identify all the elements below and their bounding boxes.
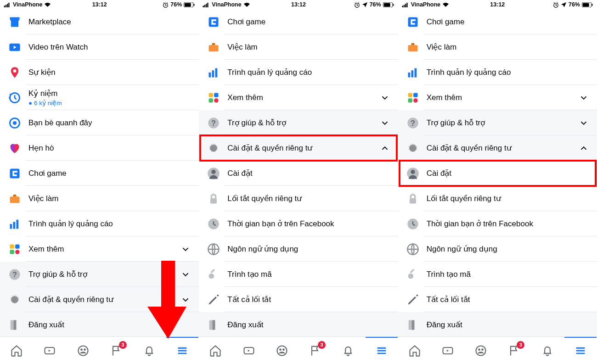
menu-item-ads[interactable]: Trình quản lý quảng cáo	[199, 60, 398, 85]
seemore-icon	[207, 91, 220, 104]
menu-item-pencil[interactable]: Tất cả lối tắt	[398, 287, 597, 312]
globe-icon	[207, 243, 220, 256]
menu-list: MarketplaceVideo trên WatchSự kiệnKỷ niệ…	[0, 9, 199, 336]
tab-watch[interactable]	[241, 343, 257, 358]
tab-bell[interactable]	[540, 343, 555, 358]
menu-item-gaming[interactable]: Chơi game	[0, 161, 199, 186]
tab-home[interactable]	[208, 343, 223, 358]
groups-tab-icon	[77, 344, 90, 357]
menu-item-sublabel: ● 6 kỷ niệm	[28, 99, 191, 106]
tab-watch[interactable]	[42, 343, 57, 358]
menu-item-logout[interactable]: Đăng xuất	[0, 312, 199, 336]
menu-item-person[interactable]: Cài đặt	[199, 161, 398, 186]
menu-item-label: Trình tạo mã	[227, 269, 389, 279]
tab-flag[interactable]: 3	[506, 343, 522, 358]
tab-watch[interactable]	[440, 343, 456, 358]
menu-item-settings[interactable]: Cài đặt & quyền riêng tư	[199, 135, 398, 161]
menu-item-settings[interactable]: Cài đặt & quyền riêng tư	[0, 287, 199, 312]
menu-item-clock[interactable]: Thời gian bạn ở trên Facebook	[398, 211, 597, 236]
menu-item-nearby[interactable]: Bạn bè quanh đây	[0, 110, 199, 135]
tab-flag[interactable]: 3	[108, 343, 124, 358]
menu-item-label: Thời gian bạn ở trên Facebook	[427, 219, 589, 229]
menu-item-logout[interactable]: Đăng xuất	[398, 312, 597, 336]
tab-home[interactable]	[9, 343, 24, 358]
alarm-icon	[553, 2, 559, 8]
tab-home[interactable]	[407, 343, 422, 358]
chevron-down-icon	[380, 118, 390, 128]
tab-menu[interactable]	[374, 343, 389, 358]
menu-item-key[interactable]: Trình tạo mã	[199, 262, 398, 287]
menu-item-settings[interactable]: Cài đặt & quyền riêng tư	[398, 135, 597, 161]
menu-item-help[interactable]: Trợ giúp & hỗ trợ	[398, 110, 597, 135]
chevron-up-icon	[579, 143, 589, 153]
tab-bell[interactable]	[141, 343, 157, 358]
menu-item-pencil[interactable]: Tất cả lối tắt	[199, 287, 398, 312]
marketplace-icon	[8, 16, 21, 28]
menu-item-seemore[interactable]: Xem thêm	[398, 85, 597, 110]
tab-flag[interactable]: 3	[307, 343, 323, 358]
groups-tab-icon	[474, 344, 487, 357]
globe-icon	[406, 243, 419, 256]
menu-item-label: Lối tắt quyền riêng tư	[427, 194, 589, 203]
menu-item-seemore[interactable]: Xem thêm	[199, 85, 398, 110]
clock-icon	[406, 218, 419, 230]
menu-item-ads[interactable]: Trình quản lý quảng cáo	[0, 211, 199, 236]
bell-tab-icon	[342, 344, 355, 357]
lock-icon	[207, 192, 220, 205]
seemore-icon	[8, 243, 21, 256]
key-icon	[406, 268, 419, 281]
menu-item-ads[interactable]: Trình quản lý quảng cáo	[398, 60, 597, 85]
bottom-tabbar: 3	[0, 336, 199, 364]
menu-item-help[interactable]: Trợ giúp & hỗ trợ	[0, 262, 199, 287]
tab-menu[interactable]	[175, 343, 190, 358]
menu-item-marketplace[interactable]: Marketplace	[0, 9, 199, 34]
menu-item-memories[interactable]: Kỷ niệm● 6 kỷ niệm	[0, 85, 199, 110]
location-icon	[362, 2, 368, 8]
tab-bell[interactable]	[340, 343, 356, 358]
menu-item-gaming[interactable]: Chơi game	[398, 9, 597, 34]
menu-item-key[interactable]: Trình tạo mã	[398, 262, 597, 287]
key-icon	[207, 268, 220, 281]
menu-item-label: Xem thêm	[427, 93, 579, 102]
menu-item-watch[interactable]: Video trên Watch	[0, 34, 199, 60]
tab-groups[interactable]	[473, 343, 489, 358]
menu-item-label: Trình quản lý quảng cáo	[427, 67, 589, 77]
menu-item-label: Cài đặt & quyền riêng tư	[227, 143, 379, 153]
menu-item-label: Trình tạo mã	[427, 269, 589, 279]
tab-groups[interactable]	[75, 343, 91, 358]
menu-item-dating[interactable]: Hẹn hò	[0, 135, 199, 161]
menu-item-label: Đăng xuất	[427, 320, 589, 330]
bell-tab-icon	[143, 344, 156, 357]
menu-item-seemore[interactable]: Xem thêm	[0, 236, 199, 262]
watch-tab-icon	[43, 344, 56, 357]
menu-item-label: Hẹn hò	[28, 143, 191, 153]
menu-item-logout[interactable]: Đăng xuất	[199, 312, 398, 336]
menu-item-globe[interactable]: Ngôn ngữ ứng dụng	[398, 236, 597, 262]
menu-item-jobs[interactable]: Việc làm	[398, 34, 597, 60]
tab-menu[interactable]	[573, 343, 588, 358]
status-time: 13:12	[291, 1, 306, 8]
tab-groups[interactable]	[274, 343, 290, 358]
menu-item-events[interactable]: Sự kiện	[0, 60, 199, 85]
menu-item-label: Cài đặt	[427, 168, 589, 178]
menu-item-jobs[interactable]: Việc làm	[0, 186, 199, 211]
ads-icon	[8, 218, 21, 230]
menu-item-label: Lối tắt quyền riêng tư	[227, 194, 389, 203]
menu-item-person[interactable]: Cài đặt	[398, 161, 597, 186]
wifi-icon	[442, 2, 449, 7]
menu-item-lock[interactable]: Lối tắt quyền riêng tư	[398, 186, 597, 211]
chevron-down-icon	[180, 295, 191, 305]
menu-item-lock[interactable]: Lối tắt quyền riêng tư	[199, 186, 398, 211]
home-tab-icon	[209, 344, 222, 357]
menu-item-clock[interactable]: Thời gian bạn ở trên Facebook	[199, 211, 398, 236]
menu-item-globe[interactable]: Ngôn ngữ ứng dụng	[199, 236, 398, 262]
menu-item-label: Kỷ niệm	[28, 89, 191, 98]
menu-item-help[interactable]: Trợ giúp & hỗ trợ	[199, 110, 398, 135]
menu-item-label: Chơi game	[227, 17, 389, 27]
lock-icon	[406, 192, 419, 205]
groups-tab-icon	[276, 344, 288, 357]
menu-item-gaming[interactable]: Chơi game	[199, 9, 398, 34]
menu-item-label: Cài đặt & quyền riêng tư	[28, 295, 180, 304]
menu-item-jobs[interactable]: Việc làm	[199, 34, 398, 60]
phone-screen-3: VinaPhone 13:12 76% Chơi gameViệc làmTrì…	[398, 0, 597, 364]
